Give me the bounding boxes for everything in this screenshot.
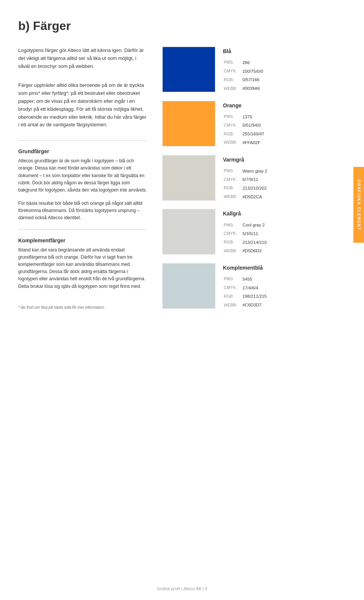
color-value-label: RGB: [224,184,242,192]
left-column: Logotypens färger gör Alteco lätt att kä… [18,47,147,317]
color-value-data: 17/4/6/4 [242,284,267,292]
color-value-row: RGB:213/214/210 [224,239,267,247]
color-value-label: PMS: [224,59,242,67]
komplement-text: Ibland kan det vara begränsande att anvä… [18,247,147,290]
color-row-bla: BlåPMS:286CMYK:100/75/0/0RGB:0/57/166WEB… [162,47,346,93]
color-name-varmgra: Varmgrå [223,157,346,163]
color-value-label: CMYK: [224,284,242,292]
color-value-data: Warm gray 2 [242,167,267,175]
color-value-data: 1375 [242,113,264,121]
color-value-label: WEBB: [224,247,242,255]
color-value-row: PMS:Cool gray 2 [224,221,267,229]
color-swatch-bla [162,47,215,92]
color-value-data: 5/3/5/11 [242,230,267,238]
color-value-row: PMS:1375 [224,113,264,121]
color-value-data: 213/214/210 [242,239,267,247]
grundfarger-text1: Altecos grundfärger är de som ingår i lo… [18,157,147,194]
color-value-row: RGB:0/57/166 [224,76,263,84]
color-swatch-varmgra [162,155,215,201]
color-value-data: 6/7/9/11 [242,176,267,184]
intro-paragraph: Logotypens färger gör Alteco lätt att kä… [18,47,147,70]
color-value-row: PMS:Warm gray 2 [224,167,267,175]
grundfarger-text2: För bästa resultat bör både blå och oran… [18,200,147,222]
color-values-orange: PMS:1375CMYK:0/51/94/0RGB:255/160/47WEBB… [223,112,265,148]
color-swatch-kallgra [162,209,215,254]
color-value-row: RGB:198/211/215 [224,292,267,300]
color-values-varmgra: PMS:Warm gray 2CMYK:6/7/9/11RGB:213/210/… [223,166,268,202]
color-list: BlåPMS:286CMYK:100/75/0/0RGB:0/57/166WEB… [162,47,346,310]
color-value-data: 213/210/202 [242,184,267,192]
color-swatch-orange [162,101,215,146]
color-swatch-kompbla [162,263,215,309]
color-value-label: WEBB: [224,139,242,147]
color-value-data: #C6D3D7 [242,301,267,309]
color-info-orange: OrangePMS:1375CMYK:0/51/94/0RGB:255/160/… [223,101,346,148]
color-row-orange: OrangePMS:1375CMYK:0/51/94/0RGB:255/160/… [162,101,346,148]
color-value-label: CMYK: [224,230,242,238]
color-value-data: #FFA02F [242,139,264,147]
color-row-varmgra: VarmgråPMS:Warm gray 2CMYK:6/7/9/11RGB:2… [162,155,346,202]
grundfarger-heading: Grundfärger [18,148,147,154]
color-values-kompbla: PMS:5455CMYK:17/4/6/4RGB:198/211/215WEBB… [223,275,267,310]
color-value-label: RGB: [224,292,242,300]
color-value-data: #0039A6 [242,85,263,93]
page-footer: Grafisk profil | Alteco AB | 4 [0,586,364,591]
page: GRAFISKA ELEMENT b) Färger Logotypens fä… [0,0,364,600]
color-value-data: 5455 [242,275,267,283]
color-value-label: RGB: [224,239,242,247]
color-values-bla: PMS:286CMYK:100/75/0/0RGB:0/57/166WEBB:#… [223,58,264,93]
color-value-row: CMYK:0/51/94/0 [224,121,264,129]
color-info-bla: BlåPMS:286CMYK:100/75/0/0RGB:0/57/166WEB… [223,47,346,93]
color-value-row: WEBB:#D5D6D2 [224,247,267,255]
footnote: * läs Kort om färg på nästa sida för mer… [18,305,147,309]
color-info-varmgra: VarmgråPMS:Warm gray 2CMYK:6/7/9/11RGB:2… [223,155,346,202]
color-value-row: CMYK:100/75/0/0 [224,68,263,75]
color-info-kompbla: KomplementblåPMS:5455CMYK:17/4/6/4RGB:19… [223,263,346,310]
color-value-row: CMYK:17/4/6/4 [224,284,267,292]
color-value-data: 286 [242,59,263,67]
color-value-label: CMYK: [224,121,242,129]
second-paragraph: Färger uppträder alltid olika beroende p… [18,82,147,129]
right-column: BlåPMS:286CMYK:100/75/0/0RGB:0/57/166WEB… [162,47,346,317]
color-value-row: RGB:213/210/202 [224,184,267,192]
page-title: b) Färger [18,19,346,33]
komplement-heading: Komplementfärger [18,237,147,243]
color-value-data: #D5D2CA [242,193,267,201]
color-value-row: CMYK:6/7/9/11 [224,176,267,184]
color-value-row: WEBB:#0039A6 [224,85,263,93]
divider-2 [18,229,147,230]
side-bar-label: GRAFISKA ELEMENT [357,179,361,230]
color-name-bla: Blå [223,48,346,54]
color-value-label: RGB: [224,130,242,138]
color-value-label: PMS: [224,113,242,121]
color-name-orange: Orange [223,102,346,108]
color-value-row: PMS:5455 [224,275,267,283]
color-value-row: WEBB:#D5D2CA [224,193,267,201]
color-value-label: CMYK: [224,68,242,75]
color-value-data: 0/57/166 [242,76,263,84]
color-name-kompbla: Komplementblå [223,265,346,271]
color-value-row: RGB:255/160/47 [224,130,264,138]
color-info-kallgra: KallgråPMS:Cool gray 2CMYK:5/3/5/11RGB:2… [223,209,346,256]
color-row-kallgra: KallgråPMS:Cool gray 2CMYK:5/3/5/11RGB:2… [162,209,346,256]
color-value-row: WEBB:#FFA02F [224,139,264,147]
side-bar: GRAFISKA ELEMENT [353,167,364,243]
color-value-label: PMS: [224,221,242,229]
divider-1 [18,140,147,141]
content-layout: Logotypens färger gör Alteco lätt att kä… [18,47,346,317]
color-value-data: Cool gray 2 [242,221,267,229]
color-value-data: 0/51/94/0 [242,121,264,129]
color-value-label: RGB: [224,76,242,84]
color-row-kompbla: KomplementblåPMS:5455CMYK:17/4/6/4RGB:19… [162,263,346,310]
color-value-row: WEBB:#C6D3D7 [224,301,267,309]
color-value-label: PMS: [224,167,242,175]
color-value-label: WEBB: [224,85,242,93]
color-value-row: PMS:286 [224,59,263,67]
color-value-label: WEBB: [224,301,242,309]
color-value-data: 255/160/47 [242,130,264,138]
color-value-label: PMS: [224,275,242,283]
color-values-kallgra: PMS:Cool gray 2CMYK:5/3/5/11RGB:213/214/… [223,220,267,256]
color-value-data: 100/75/0/0 [242,68,263,75]
color-value-label: WEBB: [224,193,242,201]
color-value-data: 198/211/215 [242,292,267,300]
